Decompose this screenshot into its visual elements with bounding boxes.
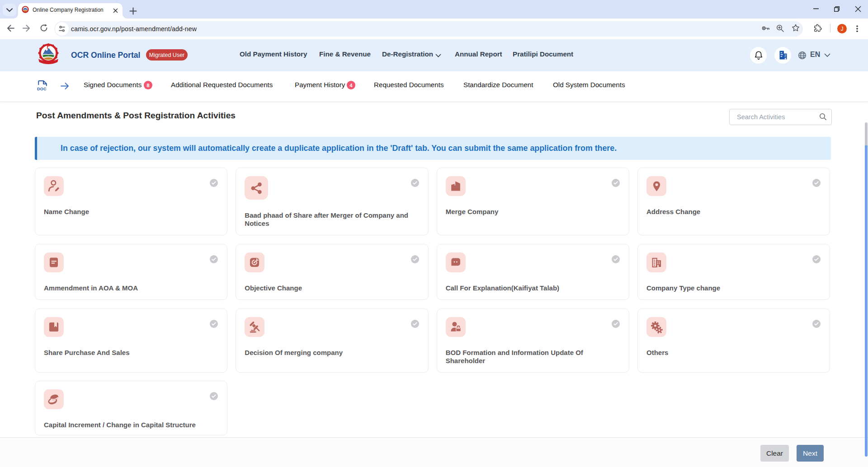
svg-text:DOC: DOC [37, 87, 47, 91]
